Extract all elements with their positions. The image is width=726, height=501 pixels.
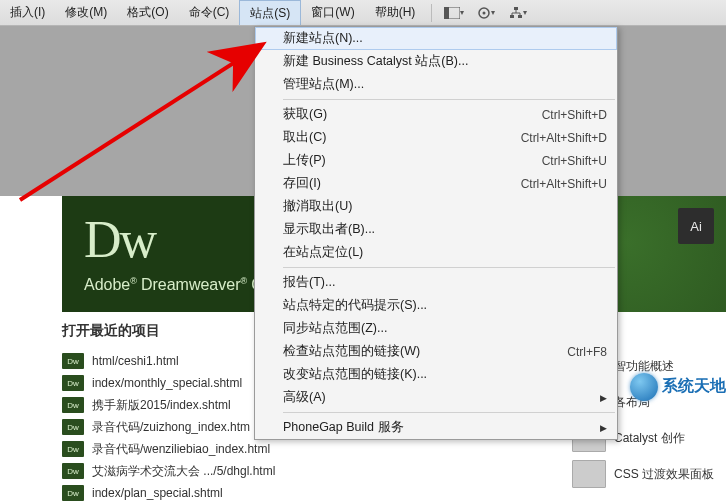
menu-undo-checkout[interactable]: 撤消取出(U): [255, 195, 617, 218]
dw-file-icon: Dw: [62, 353, 84, 369]
menu-show-checkedout[interactable]: 显示取出者(B)...: [255, 218, 617, 241]
svg-point-3: [483, 11, 486, 14]
menu-divider: [283, 99, 615, 100]
menu-manage-sites[interactable]: 管理站点(M)...: [255, 73, 617, 96]
dw-file-icon: Dw: [62, 375, 84, 391]
svg-rect-4: [514, 7, 518, 10]
learn-item[interactable]: CSS 过渡效果面板: [572, 456, 726, 492]
sitemap-icon[interactable]: ▾: [504, 3, 532, 23]
menu-locate-in-site[interactable]: 在站点定位(L): [255, 241, 617, 264]
svg-rect-5: [510, 15, 514, 18]
menubar: 插入(I) 修改(M) 格式(O) 命令(C) 站点(S) 窗口(W) 帮助(H…: [0, 0, 726, 26]
menu-sync-sitewide[interactable]: 同步站点范围(Z)...: [255, 317, 617, 340]
dw-file-icon: Dw: [62, 485, 84, 501]
menu-new-bc-site[interactable]: 新建 Business Catalyst 站点(B)...: [255, 50, 617, 73]
feature-icon: [572, 460, 606, 488]
svg-rect-1: [444, 7, 449, 19]
menu-site[interactable]: 站点(S): [239, 0, 301, 25]
recent-item[interactable]: Dw录音代码/wenziliebiao_index.html: [62, 438, 356, 460]
menu-divider: [283, 267, 615, 268]
menubar-separator: [431, 4, 432, 22]
menu-format[interactable]: 格式(O): [117, 0, 178, 25]
recent-item[interactable]: Dw艾滋病学术交流大会 .../5/dhgl.html: [62, 460, 356, 482]
chevron-right-icon: ▶: [600, 393, 607, 403]
dw-logo: Dw: [84, 210, 155, 269]
learn-item[interactable]: jQjQuery Mobile 色板: [572, 492, 726, 501]
menu-change-links[interactable]: 改变站点范围的链接(K)...: [255, 363, 617, 386]
menu-help[interactable]: 帮助(H): [365, 0, 426, 25]
gear-icon[interactable]: ▾: [472, 3, 500, 23]
dw-file-icon: Dw: [62, 463, 84, 479]
dw-file-icon: Dw: [62, 419, 84, 435]
recent-item[interactable]: Dwindex/plan_special.shtml: [62, 482, 356, 501]
menu-command[interactable]: 命令(C): [179, 0, 240, 25]
svg-rect-6: [518, 15, 522, 18]
dw-file-icon: Dw: [62, 441, 84, 457]
menu-checkin[interactable]: 存回(I)Ctrl+Alt+Shift+U: [255, 172, 617, 195]
menu-divider: [283, 412, 615, 413]
menu-put[interactable]: 上传(P)Ctrl+Shift+U: [255, 149, 617, 172]
menu-reports[interactable]: 报告(T)...: [255, 271, 617, 294]
menu-modify[interactable]: 修改(M): [55, 0, 117, 25]
menu-checkout[interactable]: 取出(C)Ctrl+Alt+Shift+D: [255, 126, 617, 149]
menu-phonegap[interactable]: PhoneGap Build 服务▶: [255, 416, 617, 439]
menu-new-site[interactable]: 新建站点(N)...: [255, 27, 617, 50]
menu-site-code-hints[interactable]: 站点特定的代码提示(S)...: [255, 294, 617, 317]
product-title: Adobe® Dreamweaver® CS: [84, 276, 273, 294]
menu-advanced[interactable]: 高级(A)▶: [255, 386, 617, 409]
ai-badge-icon: Ai: [678, 208, 714, 244]
menu-get[interactable]: 获取(G)Ctrl+Shift+D: [255, 103, 617, 126]
site-menu-dropdown: 新建站点(N)... 新建 Business Catalyst 站点(B)...…: [254, 26, 618, 440]
layout-icon[interactable]: ▾: [440, 3, 468, 23]
dw-file-icon: Dw: [62, 397, 84, 413]
menu-check-links[interactable]: 检查站点范围的链接(W)Ctrl+F8: [255, 340, 617, 363]
menu-window[interactable]: 窗口(W): [301, 0, 364, 25]
menu-insert[interactable]: 插入(I): [0, 0, 55, 25]
chevron-right-icon: ▶: [600, 423, 607, 433]
